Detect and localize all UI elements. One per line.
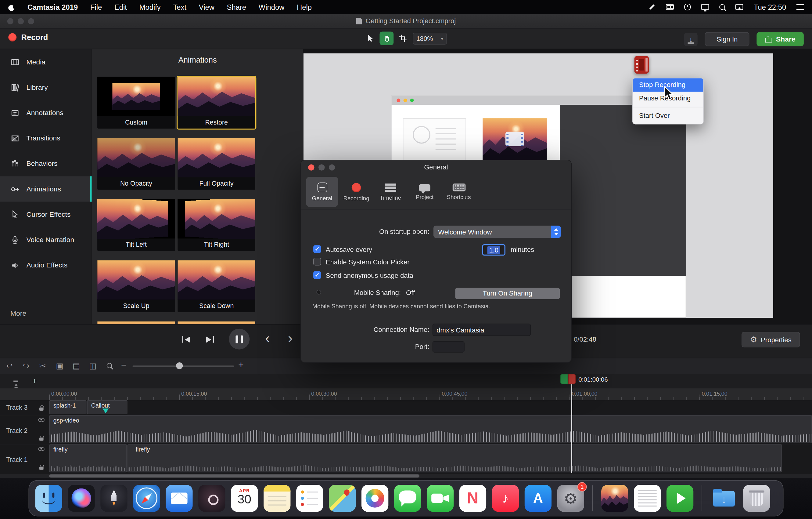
color-picker-checkbox[interactable] [313, 258, 321, 265]
menubar-item-file[interactable]: File [90, 3, 102, 11]
paste-button[interactable]: ▤ [72, 361, 80, 371]
track-2-visibility-icon[interactable] [38, 418, 45, 422]
recorder-filmstrip-icon[interactable] [635, 56, 649, 74]
tab-project[interactable]: Project [408, 177, 440, 207]
animation-tile-tilt-right[interactable]: Tilt Right [177, 199, 255, 251]
sidebar-item-animations[interactable]: Animations [0, 176, 91, 201]
properties-button[interactable]: ⚙ Properties [742, 332, 800, 348]
menubar-clock[interactable]: Tue 22:50 [754, 3, 786, 11]
animation-tile-custom[interactable]: Custom [97, 77, 175, 129]
usage-data-checkbox[interactable]: ✓ [313, 271, 321, 279]
autosave-minutes-field[interactable]: 1.0 [482, 244, 505, 255]
track-1-visibility-icon[interactable] [38, 447, 45, 451]
animation-tile-scale-down[interactable]: Scale Down [177, 261, 255, 312]
dock-calendar-icon[interactable]: APR 30 [231, 485, 258, 512]
animation-tile-restore[interactable]: Restore [177, 77, 255, 129]
sidebar-item-library[interactable]: Library [0, 75, 91, 100]
dock-trash-icon[interactable] [743, 485, 770, 512]
keyboard-status-icon[interactable] [666, 4, 674, 10]
timeline-scrollbar[interactable] [0, 474, 812, 478]
sidebar-item-annotations[interactable]: Annotations [0, 100, 91, 126]
undo-button[interactable]: ↩ [6, 361, 12, 371]
dock-news-icon[interactable]: N [459, 485, 486, 512]
dock-downloads-folder-icon[interactable]: ↓ [710, 485, 737, 512]
menubar-item-edit[interactable]: Edit [114, 3, 127, 11]
dock-system-preferences-icon[interactable]: ⚙ 1 [557, 485, 584, 512]
menubar-item-share[interactable]: Share [227, 3, 246, 11]
timeline-scrollbar-thumb[interactable] [49, 474, 419, 477]
sidebar-item-voice-narration[interactable]: Voice Narration [0, 227, 91, 252]
sidebar-more-button[interactable]: More [10, 309, 26, 317]
timeline-zoom-slider[interactable] [133, 365, 234, 367]
copy-button[interactable]: ▣ [56, 361, 63, 371]
dock-mail-icon[interactable] [166, 485, 193, 512]
dock-finder-icon[interactable] [35, 485, 62, 512]
cut-button[interactable]: ✂ [39, 361, 46, 371]
notification-center-icon[interactable] [796, 4, 804, 10]
window-zoom-button[interactable] [28, 18, 34, 24]
pan-tool-button[interactable] [379, 32, 394, 45]
jump-forward-button[interactable]: › [288, 331, 292, 345]
menubar-item-camtasia[interactable]: Camtasia 2019 [27, 3, 78, 11]
screen-mirroring-icon[interactable] [736, 4, 743, 10]
dock-launchpad-icon[interactable] [100, 485, 127, 512]
timer-status-icon[interactable] [684, 4, 691, 10]
sidebar-item-transitions[interactable]: Transitions [0, 126, 91, 151]
playhead-in-handle[interactable] [560, 374, 568, 384]
menubar-item-help[interactable]: Help [297, 3, 312, 11]
dock-photo-booth-icon[interactable] [198, 485, 225, 512]
jump-back-button[interactable]: ‹ [265, 331, 270, 345]
track-2-lock-icon[interactable] [39, 437, 44, 440]
tab-recording[interactable]: Recording [340, 177, 372, 207]
connection-name-field[interactable]: dmx's Camtasia [433, 324, 531, 336]
turn-on-sharing-button[interactable]: Turn On Sharing [455, 288, 560, 299]
track-1-lock-icon[interactable] [39, 466, 44, 469]
sidebar-item-audio-effects[interactable]: Audio Effects [0, 252, 91, 278]
dock-music-icon[interactable]: ♪ [492, 485, 519, 512]
playhead-line[interactable] [571, 384, 572, 472]
sidebar-item-behaviors[interactable]: Behaviors [0, 151, 91, 176]
animation-tile-partial[interactable] [97, 322, 175, 324]
dock-preview-image-icon[interactable] [601, 485, 628, 512]
menubar-item-view[interactable]: View [199, 3, 214, 11]
spotlight-search-icon[interactable] [720, 4, 725, 10]
sidebar-item-cursor-effects[interactable]: Cursor Effects [0, 202, 91, 227]
dock-app-store-icon[interactable]: A [525, 485, 551, 512]
tab-timeline[interactable]: Timeline [374, 177, 406, 207]
dock-facetime-icon[interactable] [427, 485, 454, 512]
playhead-out-handle[interactable] [568, 374, 576, 384]
zoom-in-button[interactable]: + [238, 360, 244, 371]
tab-general[interactable]: General [306, 177, 338, 207]
apple-menu-icon[interactable] [8, 3, 15, 11]
previous-frame-button[interactable] [182, 336, 190, 343]
sidebar-item-media[interactable]: Media [0, 49, 91, 75]
window-minimize-button[interactable] [18, 18, 24, 24]
record-button[interactable]: Record [8, 33, 48, 42]
pen-status-icon[interactable] [649, 4, 656, 10]
dock-messages-icon[interactable] [394, 485, 421, 512]
export-download-button[interactable] [684, 32, 698, 46]
dock-reminders-icon[interactable] [296, 485, 323, 512]
clip-splash[interactable]: splash-1 [49, 400, 86, 414]
zoom-dropdown[interactable]: 180% ▾ [413, 33, 447, 45]
tab-shortcuts[interactable]: Shortcuts [443, 177, 475, 207]
clip-callout[interactable]: Callout [87, 400, 127, 414]
zoom-out-button[interactable]: − [121, 360, 126, 372]
dock-camtasia-icon[interactable] [667, 485, 693, 512]
add-track-button[interactable]: + [32, 377, 37, 386]
clip-firefly-2[interactable]: firefly [127, 444, 782, 472]
track-3-lock-icon[interactable] [39, 408, 44, 411]
timeline-ruler[interactable]: 0:00:00;00 0:00:15;00 0:00:30;00 0:00:45… [0, 388, 812, 400]
animation-tile-partial[interactable] [177, 322, 255, 324]
select-tool-button[interactable] [364, 32, 378, 45]
menu-item-start-over[interactable]: Start Over [633, 109, 703, 122]
split-button[interactable]: ◫ [89, 361, 96, 371]
port-field[interactable] [433, 341, 465, 352]
animation-tile-tilt-left[interactable]: Tilt Left [97, 199, 175, 251]
pause-button[interactable] [229, 329, 250, 350]
share-button[interactable]: Share [757, 32, 804, 46]
dock-maps-icon[interactable] [329, 485, 356, 512]
dock-textedit-icon[interactable] [634, 485, 661, 512]
dock-notes-icon[interactable] [264, 485, 290, 512]
animation-tile-scale-up[interactable]: Scale Up [97, 261, 175, 312]
